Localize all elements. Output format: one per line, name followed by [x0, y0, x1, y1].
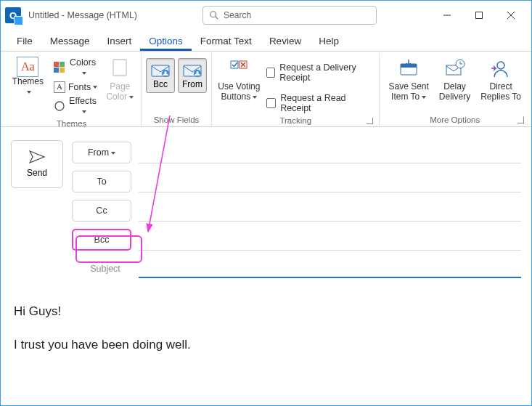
- body-line: Hi Guys!: [14, 303, 518, 320]
- maximize-button[interactable]: [463, 4, 495, 27]
- send-icon: [29, 150, 45, 163]
- svg-point-28: [497, 62, 504, 69]
- body-line: I trust you have been doing well.: [14, 336, 518, 354]
- from-button[interactable]: From: [72, 142, 131, 163]
- title-bar: O Untitled - Message (HTML) Search: [1, 1, 531, 30]
- cc-button[interactable]: Cc: [72, 200, 131, 222]
- svg-rect-18: [231, 61, 238, 68]
- effects-button[interactable]: Effects: [51, 95, 101, 118]
- bcc-field[interactable]: [139, 229, 521, 251]
- svg-marker-29: [30, 151, 44, 163]
- group-themes: Aa Themes Colors A Fonts Effects: [2, 53, 142, 126]
- save-sent-button[interactable]: Save Sent Item To: [384, 55, 433, 104]
- send-button[interactable]: Send: [11, 140, 63, 188]
- svg-point-10: [55, 102, 64, 110]
- group-tracking: Use Voting Buttons Request a Delivery Re…: [212, 53, 380, 126]
- bcc-button[interactable]: Bcc: [72, 229, 131, 251]
- svg-rect-3: [476, 12, 483, 19]
- cc-field[interactable]: [139, 200, 521, 222]
- ribbon: Aa Themes Colors A Fonts Effects: [1, 52, 531, 127]
- from-field[interactable]: [139, 142, 521, 163]
- themes-icon: Aa: [17, 57, 38, 77]
- delay-delivery-button[interactable]: Delay Delivery: [435, 55, 475, 104]
- close-button[interactable]: [495, 4, 527, 27]
- svg-point-17: [196, 71, 198, 73]
- bcc-toggle[interactable]: Bcc: [146, 58, 175, 93]
- delay-icon: [443, 57, 467, 80]
- message-body[interactable]: Hi Guys! I trust you have been doing wel…: [11, 281, 521, 354]
- tab-review[interactable]: Review: [261, 31, 310, 51]
- search-input[interactable]: Search: [202, 6, 377, 25]
- search-icon: [209, 10, 219, 20]
- group-label-show-fields: Show Fields: [146, 114, 207, 126]
- fonts-button[interactable]: A Fonts: [51, 81, 101, 94]
- direct-replies-icon: [489, 57, 512, 80]
- tab-message[interactable]: Message: [41, 31, 99, 51]
- from-toggle[interactable]: From: [178, 58, 207, 93]
- subject-field[interactable]: [139, 259, 521, 278]
- compose-area: Send From To Cc Bcc Subject: [1, 127, 531, 354]
- delivery-receipt-checkbox[interactable]: Request a Delivery Receipt: [266, 61, 375, 84]
- search-placeholder: Search: [224, 10, 251, 20]
- tab-insert[interactable]: Insert: [99, 31, 141, 51]
- svg-rect-7: [60, 62, 65, 67]
- subject-label: Subject: [72, 264, 139, 274]
- svg-point-0: [210, 12, 216, 17]
- read-receipt-checkbox[interactable]: Request a Read Receipt: [266, 92, 375, 115]
- svg-rect-6: [54, 62, 59, 67]
- svg-point-14: [164, 71, 166, 73]
- save-sent-icon: [397, 57, 420, 80]
- checkbox-icon: [266, 98, 276, 108]
- ribbon-tabs: File Message Insert Options Format Text …: [1, 30, 531, 52]
- to-field[interactable]: [139, 171, 521, 192]
- direct-replies-button[interactable]: Direct Replies To: [476, 55, 525, 104]
- svg-rect-9: [60, 68, 65, 73]
- group-label-more-options: More Options: [384, 114, 525, 126]
- effects-icon: [54, 100, 65, 113]
- page-color-icon: [108, 57, 131, 80]
- outlook-icon: O: [5, 7, 21, 23]
- voting-icon: [227, 57, 250, 80]
- to-button[interactable]: To: [72, 171, 131, 192]
- group-label-tracking: Tracking: [216, 115, 375, 127]
- checkbox-icon: [266, 68, 275, 78]
- tab-options[interactable]: Options: [140, 31, 192, 51]
- themes-button[interactable]: Aa Themes: [7, 55, 49, 99]
- colors-button[interactable]: Colors: [51, 57, 101, 79]
- from-icon: [182, 62, 202, 79]
- group-more-options: Save Sent Item To Delay Delivery Direct …: [380, 53, 530, 126]
- page-color-button[interactable]: Page Color: [103, 55, 136, 104]
- fonts-icon: A: [54, 81, 65, 93]
- bcc-icon: [150, 62, 171, 79]
- tab-file[interactable]: File: [8, 31, 41, 51]
- svg-rect-8: [54, 68, 59, 73]
- window-controls: [431, 4, 527, 27]
- colors-icon: [54, 61, 65, 74]
- window-title: Untitled - Message (HTML): [28, 10, 137, 20]
- group-show-fields: Bcc From Show Fields: [142, 53, 212, 126]
- tab-format-text[interactable]: Format Text: [192, 31, 261, 51]
- svg-rect-11: [113, 60, 126, 76]
- tab-help[interactable]: Help: [310, 31, 348, 51]
- use-voting-button[interactable]: Use Voting Buttons: [216, 55, 262, 104]
- minimize-button[interactable]: [431, 4, 463, 27]
- svg-line-1: [216, 17, 218, 20]
- group-label-themes: Themes: [7, 118, 136, 130]
